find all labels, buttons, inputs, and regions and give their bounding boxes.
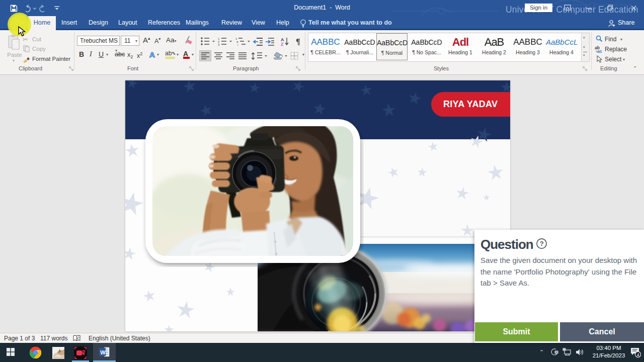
svg-text:Z: Z [281, 42, 284, 46]
svg-text:4: 4 [637, 352, 639, 357]
svg-text:?: ? [540, 240, 544, 247]
svg-text:3: 3 [218, 43, 220, 46]
svg-text:ac: ac [597, 49, 602, 53]
svg-text:W: W [100, 349, 106, 355]
svg-text:¶: ¶ [296, 37, 300, 46]
svg-text:i: i [237, 43, 238, 46]
